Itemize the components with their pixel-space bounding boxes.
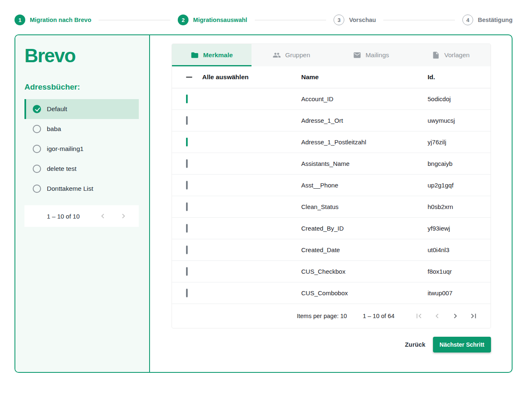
tabs: MerkmaleGruppenMailingsVorlagen	[172, 44, 491, 66]
select-all-checkbox[interactable]	[186, 77, 192, 78]
tab-label: Mailings	[365, 51, 389, 59]
row-checkbox[interactable]	[186, 138, 188, 146]
addressbook-item[interactable]: Default	[24, 99, 139, 119]
table-header: Alle auswählen Name Id.	[172, 66, 491, 88]
table-row[interactable]: Adresse_1_Ort uwymucsj	[172, 110, 491, 131]
step-2: 2Migrationsauswahl	[178, 15, 247, 25]
addressbook-range: 1 – 10 of 10	[47, 213, 80, 220]
step-label: Migrationsauswahl	[193, 17, 247, 23]
tab-mailings[interactable]: Mailings	[331, 44, 411, 66]
row-id: uwymucsj	[428, 117, 476, 124]
first-page-icon[interactable]	[414, 311, 423, 321]
row-checkbox[interactable]	[186, 267, 188, 276]
table-row[interactable]: Assistants_Name bngcaiyb	[172, 153, 491, 175]
step-3: 3Vorschau	[334, 15, 376, 25]
file-icon	[432, 51, 440, 59]
table-row[interactable]: Asst__Phone up2g1gqf	[172, 175, 491, 196]
table-row[interactable]: Clean_Status h0sb2xrn	[172, 196, 491, 218]
table-range: 1 – 10 of 64	[363, 313, 394, 319]
row-checkbox[interactable]	[186, 116, 188, 125]
next-page-icon[interactable]	[119, 212, 128, 221]
selection-card: MerkmaleGruppenMailingsVorlagen Alle aus…	[172, 44, 491, 328]
tab-merkmale[interactable]: Merkmale	[172, 44, 251, 66]
previous-page-icon[interactable]	[98, 212, 107, 221]
row-id: yj76zilj	[428, 139, 476, 146]
radio-selected-icon[interactable]	[33, 105, 41, 113]
table-pagination: Items per page: 10 1 – 10 of 64	[172, 304, 491, 328]
items-per-page-label: Items per page: 10	[297, 313, 347, 319]
step-connector	[255, 20, 326, 20]
tab-label: Gruppen	[285, 51, 310, 59]
row-checkbox[interactable]	[186, 181, 188, 190]
table-row[interactable]: CUS_Checkbox f8ox1uqr	[172, 261, 491, 282]
row-name: Assistants_Name	[301, 160, 428, 167]
tab-label: Vorlagen	[444, 51, 469, 59]
column-header-name: Name	[301, 73, 428, 81]
radio-icon[interactable]	[33, 145, 41, 153]
tab-gruppen[interactable]: Gruppen	[251, 44, 331, 66]
row-name: CUS_Checkbox	[301, 268, 428, 275]
tab-vorlagen[interactable]: Vorlagen	[411, 44, 491, 66]
step-number: 2	[178, 15, 189, 25]
addressbook-label: baba	[47, 125, 61, 133]
row-id: up2g1gqf	[428, 182, 476, 189]
select-all-label: Alle auswählen	[202, 73, 249, 81]
row-name: Created_Date	[301, 246, 428, 253]
people-icon	[273, 51, 281, 59]
row-name: Account_ID	[301, 95, 428, 102]
brevo-logo: Brevo	[24, 46, 139, 65]
row-checkbox[interactable]	[186, 246, 188, 254]
addressbook-pagination: 1 – 10 of 10	[24, 205, 139, 227]
addressbook-label: igor-mailing1	[47, 145, 84, 153]
row-checkbox[interactable]	[186, 159, 188, 168]
step-label: Migration nach Brevo	[30, 17, 91, 23]
radio-icon[interactable]	[33, 165, 41, 173]
table-row[interactable]: Adresse_1_Postleitzahl yj76zilj	[172, 131, 491, 153]
addressbook-item[interactable]: Donttakeme List	[24, 179, 139, 199]
table-row[interactable]: Created_By_ID yf93iewj	[172, 218, 491, 239]
folder-icon	[191, 51, 199, 59]
row-name: Clean_Status	[301, 203, 428, 210]
addressbook-label: Donttakeme List	[47, 185, 93, 192]
table-body: Account_ID 5odicdoj Adresse_1_Ort uwymuc…	[172, 88, 491, 304]
row-name: Adresse_1_Postleitzahl	[301, 139, 428, 146]
previous-page-icon[interactable]	[433, 311, 442, 321]
radio-icon[interactable]	[33, 185, 41, 193]
row-name: Adresse_1_Ort	[301, 117, 428, 124]
row-checkbox[interactable]	[186, 95, 188, 103]
row-name: Asst__Phone	[301, 182, 428, 189]
sidebar: Brevo Adressbücher: Defaultbabaigor-mail…	[15, 35, 150, 372]
addressbook-list: Defaultbabaigor-mailing1delete testDontt…	[24, 99, 139, 199]
row-name: CUS_Combobox	[301, 289, 428, 297]
stepper: 1Migration nach Brevo2Migrationsauswahl3…	[0, 0, 532, 25]
addressbook-label: Default	[47, 105, 67, 113]
migration-panel: Brevo Adressbücher: Defaultbabaigor-mail…	[15, 34, 513, 373]
table-row[interactable]: Created_Date ut0i4nl3	[172, 239, 491, 261]
row-checkbox[interactable]	[186, 224, 188, 233]
row-id: f8ox1uqr	[428, 268, 476, 275]
table-row[interactable]: CUS_Combobox itwup007	[172, 282, 491, 304]
mail-icon	[353, 51, 361, 59]
addressbook-item[interactable]: igor-mailing1	[24, 139, 139, 159]
row-id: yf93iewj	[428, 225, 476, 232]
tab-label: Merkmale	[203, 51, 233, 59]
row-id: itwup007	[428, 289, 476, 297]
step-label: Vorschau	[349, 17, 376, 23]
step-connector	[383, 20, 455, 20]
step-4: 4Bestätigung	[462, 15, 513, 25]
step-connector	[99, 20, 170, 20]
step-1: 1Migration nach Brevo	[15, 15, 91, 25]
row-checkbox[interactable]	[186, 289, 188, 297]
row-id: ut0i4nl3	[428, 246, 476, 253]
last-page-icon[interactable]	[469, 311, 478, 321]
addressbooks-heading: Adressbücher:	[24, 83, 139, 92]
row-id: h0sb2xrn	[428, 203, 476, 210]
table-row[interactable]: Account_ID 5odicdoj	[172, 88, 491, 110]
radio-icon[interactable]	[33, 125, 41, 133]
next-page-icon[interactable]	[451, 311, 460, 321]
row-checkbox[interactable]	[186, 202, 188, 211]
addressbook-item[interactable]: baba	[24, 119, 139, 139]
back-button[interactable]: Zurück	[405, 341, 426, 348]
next-step-button[interactable]: Nächster Schritt	[433, 337, 491, 353]
addressbook-item[interactable]: delete test	[24, 159, 139, 179]
